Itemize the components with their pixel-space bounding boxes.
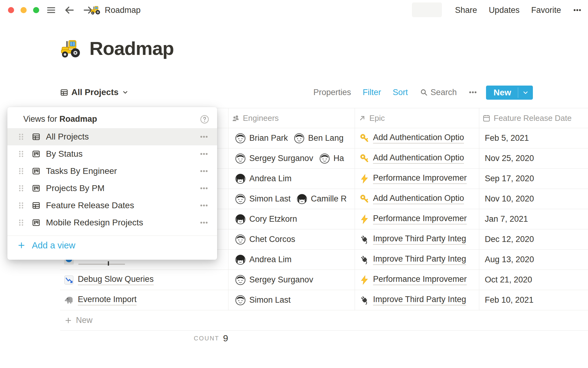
view-more-icon[interactable] (199, 201, 209, 210)
date-cell[interactable]: Aug 13, 2020 (479, 250, 588, 270)
drag-handle-icon[interactable] (17, 133, 25, 141)
epic-link[interactable]: Improve Third Party Integ (373, 254, 466, 265)
minimize-window-button[interactable] (21, 7, 27, 13)
epic-cell[interactable]: Add Authentication Optio (355, 189, 479, 209)
view-more-icon[interactable] (199, 184, 209, 193)
date-cell[interactable]: Nov 10, 2020 (479, 189, 588, 209)
epic-cell[interactable]: Improve Third Party Integ (355, 290, 479, 310)
new-row-button[interactable]: New (60, 310, 588, 331)
engineers-cell[interactable]: Sergey Surganov Ha (228, 148, 355, 168)
column-header-engineers[interactable]: Engineers (228, 108, 355, 128)
date-cell[interactable]: Feb 10, 2021 (479, 290, 588, 310)
engineer-chip[interactable]: Simon Last (235, 295, 291, 305)
column-header-epic[interactable]: Epic (355, 108, 479, 128)
view-item-all-projects[interactable]: All Projects (7, 128, 217, 145)
engineer-chip[interactable]: Sergey Surganov (235, 153, 313, 164)
count-calc[interactable]: COUNT 9 (60, 331, 228, 346)
engineer-chip[interactable]: Camille R (297, 194, 347, 204)
filter-button[interactable]: Filter (363, 88, 381, 97)
page-link[interactable]: Evernote Import (78, 295, 137, 305)
help-icon[interactable] (200, 115, 209, 124)
favorite-button[interactable]: Favorite (531, 6, 561, 15)
search-button[interactable]: Search (420, 88, 457, 97)
drag-handle-icon[interactable] (17, 184, 25, 192)
engineer-chip[interactable]: Ben Lang (294, 133, 344, 144)
share-button[interactable]: Share (455, 6, 477, 15)
engineers-cell[interactable]: Andrea Lim (228, 169, 355, 189)
page-link[interactable]: Debug Slow Queries (78, 274, 154, 285)
epic-cell[interactable]: Performance Improvemer (355, 270, 479, 290)
drag-handle-icon[interactable] (17, 150, 25, 158)
engineers-cell[interactable]: Andrea Lim (228, 250, 355, 270)
epic-cell[interactable]: Performance Improvemer (355, 169, 479, 189)
drag-handle-icon[interactable] (17, 219, 25, 227)
new-button[interactable]: New (486, 86, 533, 100)
view-more-icon[interactable] (199, 218, 209, 227)
close-window-button[interactable] (8, 7, 14, 13)
page-tractor-icon[interactable] (61, 38, 82, 59)
date-cell[interactable]: Feb 5, 2021 (479, 128, 588, 148)
view-item-tasks-by-engineer[interactable]: Tasks By Engineer (7, 163, 217, 180)
back-button[interactable] (64, 4, 75, 16)
add-view-label: Add a view (32, 240, 75, 251)
zoom-window-button[interactable] (33, 7, 39, 13)
sort-button[interactable]: Sort (393, 88, 408, 97)
epic-cell[interactable]: Performance Improvemer (355, 209, 479, 229)
title-cell[interactable]: Evernote Import (60, 290, 228, 310)
view-more-icon[interactable] (199, 132, 209, 141)
epic-link[interactable]: Performance Improvemer (373, 274, 467, 285)
engineer-chip[interactable]: Simon Last (235, 194, 291, 204)
engineers-cell[interactable]: Chet Corcos (228, 229, 355, 249)
page-title[interactable]: Roadmap (89, 37, 174, 59)
engineer-chip[interactable]: Brian Park (235, 133, 288, 144)
new-button-chevron-icon[interactable] (518, 86, 533, 100)
view-item-mobile-redesign-projects[interactable]: Mobile Redesign Projects (7, 214, 217, 231)
engineer-name: Camille R (311, 194, 347, 204)
epic-link[interactable]: Improve Third Party Integ (373, 295, 466, 305)
view-more-icon[interactable] (199, 167, 209, 176)
view-item-projects-by-pm[interactable]: Projects By PM (7, 180, 217, 197)
properties-button[interactable]: Properties (313, 88, 351, 97)
title-cell[interactable]: Debug Slow Queries (60, 270, 228, 290)
add-view-button[interactable]: Add a view (7, 236, 217, 255)
date-cell[interactable]: Dec 12, 2020 (479, 229, 588, 249)
epic-link[interactable]: Add Authentication Optio (373, 194, 464, 204)
view-switcher[interactable]: All Projects (60, 85, 129, 100)
engineers-cell[interactable]: Brian Park Ben Lang (228, 128, 355, 148)
epic-link[interactable]: Improve Third Party Integ (373, 234, 466, 245)
view-more-icon[interactable] (199, 149, 209, 159)
date-cell[interactable]: Nov 25, 2020 (479, 148, 588, 168)
date-cell[interactable]: Jan 7, 2021 (479, 209, 588, 229)
epic-link[interactable]: Performance Improvemer (373, 173, 467, 184)
drag-handle-icon[interactable] (17, 201, 25, 209)
epic-cell[interactable]: Add Authentication Optio (355, 128, 479, 148)
view-item-feature-release-dates[interactable]: Feature Release Dates (7, 197, 217, 214)
engineer-chip[interactable]: Andrea Lim (235, 255, 292, 265)
toolbar-more-icon[interactable] (468, 88, 477, 97)
epic-link[interactable]: Add Authentication Optio (373, 153, 464, 164)
engineers-cell[interactable]: Cory Etzkorn (228, 209, 355, 229)
epic-link[interactable]: Add Authentication Optio (373, 133, 464, 144)
column-header-release-date[interactable]: Feature Release Date (479, 108, 588, 128)
engineer-chip[interactable]: Ha (319, 153, 344, 164)
column-label: Epic (369, 113, 385, 123)
engineers-cell[interactable]: Simon Last (228, 290, 355, 310)
breadcrumb[interactable]: Roadmap (91, 0, 141, 20)
drag-handle-icon[interactable] (17, 167, 25, 175)
engineers-cell[interactable]: Simon Last Camille R (228, 189, 355, 209)
view-item-by-status[interactable]: By Status (7, 145, 217, 163)
engineer-chip[interactable]: Cory Etzkorn (235, 214, 297, 224)
engineer-chip[interactable]: Sergey Surganov (235, 275, 313, 285)
sidebar-toggle-button[interactable] (45, 4, 57, 16)
engineers-cell[interactable]: Sergey Surganov (228, 270, 355, 290)
engineer-chip[interactable]: Andrea Lim (235, 174, 292, 184)
date-cell[interactable]: Sep 17, 2020 (479, 169, 588, 189)
epic-cell[interactable]: Improve Third Party Integ (355, 229, 479, 249)
epic-cell[interactable]: Add Authentication Optio (355, 148, 479, 168)
epic-link[interactable]: Performance Improvemer (373, 214, 467, 224)
more-options-icon[interactable] (573, 6, 582, 15)
updates-button[interactable]: Updates (489, 6, 520, 15)
date-cell[interactable]: Oct 21, 2020 (479, 270, 588, 290)
engineer-chip[interactable]: Chet Corcos (235, 234, 295, 245)
epic-cell[interactable]: Improve Third Party Integ (355, 250, 479, 270)
